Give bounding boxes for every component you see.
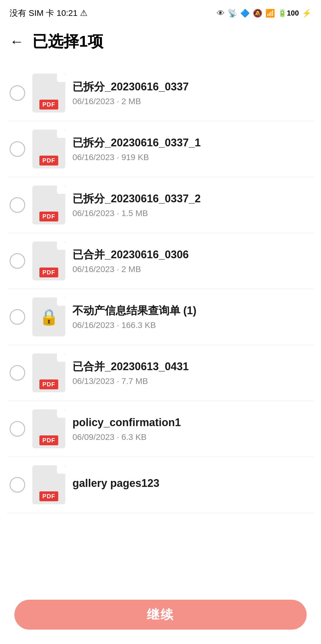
file-doc-shape: PDF: [32, 74, 65, 113]
pdf-badge: PDF: [40, 156, 58, 165]
file-icon: PDF: [32, 130, 65, 168]
file-info: gallery pages123: [72, 476, 311, 493]
pdf-badge: PDF: [40, 379, 58, 389]
file-info: 已拆分_20230616_033706/16/2023 · 2 MB: [72, 80, 311, 107]
file-name: 已合并_20230613_0431: [72, 360, 311, 374]
file-name: 已合并_20230616_0306: [72, 248, 311, 262]
radio-button[interactable]: [10, 477, 25, 493]
file-name: 已拆分_20230616_0337_2: [72, 192, 311, 206]
file-icon: 🔒: [32, 297, 65, 336]
file-name: gallery pages123: [72, 476, 311, 490]
file-list: PDF已拆分_20230616_033706/16/2023 · 2 MBPDF…: [0, 65, 321, 513]
radio-button[interactable]: [10, 253, 25, 269]
file-name: policy_confirmation1: [72, 416, 311, 430]
list-item[interactable]: PDF已合并_20230613_043106/13/2023 · 7.7 MB: [7, 345, 314, 401]
file-doc-shape: PDF: [32, 409, 65, 448]
file-info: 已拆分_20230616_0337_106/16/2023 · 919 KB: [72, 136, 311, 162]
radio-button[interactable]: [10, 141, 25, 157]
list-item[interactable]: PDF已拆分_20230616_033706/16/2023 · 2 MB: [7, 65, 314, 121]
file-icon: PDF: [32, 74, 65, 113]
file-icon: PDF: [32, 409, 65, 448]
bluetooth-icon: 🔷: [240, 9, 250, 18]
list-item[interactable]: PDF已合并_20230616_030606/16/2023 · 2 MB: [7, 233, 314, 289]
file-info: 不动产信息结果查询单 (1)06/16/2023 · 166.3 KB: [72, 304, 311, 330]
radio-button[interactable]: [10, 309, 25, 325]
radio-button[interactable]: [10, 197, 25, 213]
file-doc-shape: PDF: [32, 353, 65, 392]
file-icon: PDF: [32, 353, 65, 392]
lock-icon: 🔒: [39, 308, 59, 326]
radio-button[interactable]: [10, 85, 25, 101]
silent-icon: 🔕: [253, 9, 262, 18]
pdf-badge: PDF: [40, 212, 58, 221]
file-info: 已合并_20230616_030606/16/2023 · 2 MB: [72, 248, 311, 274]
file-meta: 06/16/2023 · 919 KB: [72, 153, 311, 162]
nfc-icon: 📡: [228, 9, 237, 18]
file-meta: 06/13/2023 · 7.7 MB: [72, 376, 311, 386]
radio-button[interactable]: [10, 365, 25, 381]
file-doc-shape: PDF: [32, 130, 65, 168]
pdf-badge: PDF: [40, 491, 58, 501]
lock-icon-wrapper: 🔒: [32, 297, 65, 336]
back-button[interactable]: ←: [7, 32, 26, 51]
pdf-badge: PDF: [40, 100, 58, 110]
file-doc-shape: PDF: [32, 465, 65, 504]
charge-icon: ⚡: [302, 9, 311, 18]
list-item[interactable]: PDF已拆分_20230616_0337_106/16/2023 · 919 K…: [7, 121, 314, 177]
file-meta: 06/16/2023 · 1.5 MB: [72, 209, 311, 218]
eye-icon: 👁: [217, 9, 225, 18]
list-item[interactable]: PDFpolicy_confirmation106/09/2023 · 6.3 …: [7, 401, 314, 457]
list-item[interactable]: PDFgallery pages123: [7, 457, 314, 513]
file-meta: 06/09/2023 · 6.3 KB: [72, 432, 311, 442]
file-meta: 06/16/2023 · 2 MB: [72, 265, 311, 274]
list-item[interactable]: PDF已拆分_20230616_0337_206/16/2023 · 1.5 M…: [7, 177, 314, 233]
file-info: policy_confirmation106/09/2023 · 6.3 KB: [72, 416, 311, 442]
file-meta: 06/16/2023 · 2 MB: [72, 97, 311, 106]
pdf-badge: PDF: [40, 435, 58, 445]
header: ← 已选择1项: [0, 24, 321, 59]
wifi-icon: 📶: [265, 9, 275, 18]
continue-button[interactable]: 继续: [14, 600, 307, 630]
file-name: 不动产信息结果查询单 (1): [72, 304, 311, 318]
file-name: 已拆分_20230616_0337_1: [72, 136, 311, 150]
file-icon: PDF: [32, 242, 65, 280]
status-bar: 没有 SIM 卡 10:21 ⚠ 👁 📡 🔷 🔕 📶 🔋100 ⚡: [0, 0, 321, 24]
file-info: 已拆分_20230616_0337_206/16/2023 · 1.5 MB: [72, 192, 311, 218]
status-right-icons: 👁 📡 🔷 🔕 📶 🔋100 ⚡: [217, 9, 311, 18]
file-info: 已合并_20230613_043106/13/2023 · 7.7 MB: [72, 360, 311, 386]
radio-button[interactable]: [10, 421, 25, 437]
file-icon: PDF: [32, 465, 65, 504]
file-name: 已拆分_20230616_0337: [72, 80, 311, 94]
file-doc-shape: PDF: [32, 186, 65, 224]
file-doc-shape: PDF: [32, 242, 65, 280]
status-left-text: 没有 SIM 卡 10:21 ⚠: [10, 7, 87, 19]
file-meta: 06/16/2023 · 166.3 KB: [72, 321, 311, 330]
list-item[interactable]: 🔒不动产信息结果查询单 (1)06/16/2023 · 166.3 KB: [7, 289, 314, 345]
file-icon: PDF: [32, 186, 65, 224]
page-title: 已选择1项: [32, 31, 103, 52]
pdf-badge: PDF: [40, 268, 58, 277]
battery-icon: 🔋100: [278, 9, 299, 17]
bottom-bar: 继续: [0, 593, 321, 644]
